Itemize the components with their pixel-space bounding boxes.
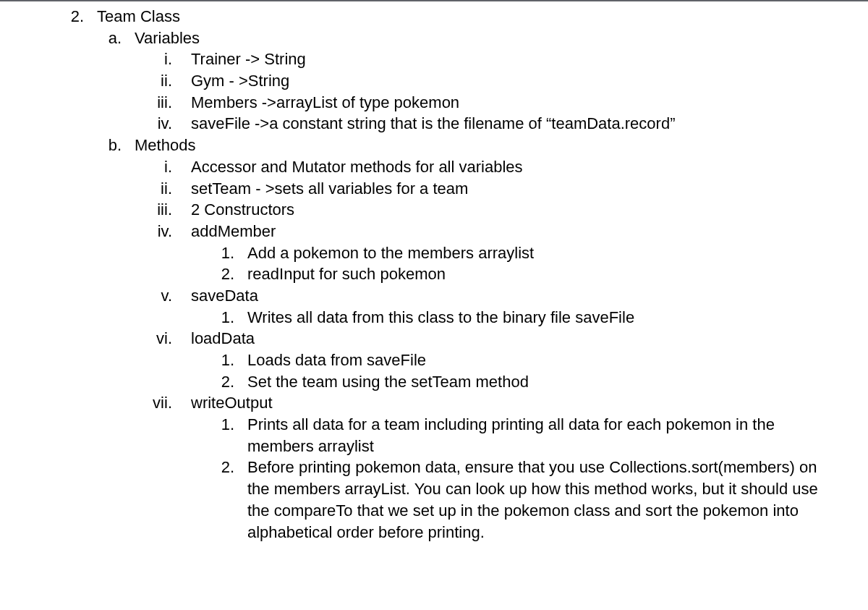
ordinal-l3: v. [135,285,191,307]
ordinal-l3: iv. [135,221,191,242]
outline-l4-item: 2. readInput for such pokemon [191,263,825,285]
text-l4: Loads data from saveFile [247,350,825,371]
text-l2: Methods [135,135,825,156]
document-content: 2. Team Class a. Variables i. Trainer ->… [0,6,868,543]
outline-l2-item: a. Variables [97,27,825,49]
text-l3: Trainer -> String [191,48,825,70]
ordinal-l3: iv. [135,113,191,135]
text-l3: Members ->arrayList of type pokemon [191,92,825,114]
text-l4: Writes all data from this class to the b… [247,307,825,329]
ordinal-l4: 1. [191,307,247,329]
outline-l3-item: ii. Gym - >String [135,70,825,92]
ordinal-l3: iii. [135,92,191,114]
text-l3: writeOutput [191,392,825,414]
outline-l1-item: 2. Team Class [59,6,825,27]
outline-l4-item: 1. Add a pokemon to the members arraylis… [191,242,825,264]
ordinal-l3: iii. [135,199,191,221]
outline-l3-item: v. saveData [135,285,825,307]
outline-l4-item: 2. Before printing pokemon data, ensure … [191,457,825,543]
outline-l3-item: iii. 2 Constructors [135,199,825,221]
ordinal-l4: 2. [191,457,247,478]
text-l3: Accessor and Mutator methods for all var… [191,156,825,178]
ordinal-l4: 2. [191,263,247,285]
top-divider [0,0,868,1]
ordinal-l4: 1. [191,242,247,264]
text-l3: saveData [191,285,825,307]
ordinal-l2: a. [97,27,135,49]
text-l3: addMember [191,221,825,242]
text-l3: Gym - >String [191,70,825,92]
ordinal-l3: i. [135,48,191,70]
outline-l3-item: vii. writeOutput [135,392,825,414]
ordinal-l3: ii. [135,70,191,92]
ordinal-l3: ii. [135,178,191,200]
outline-l3-item: i. Accessor and Mutator methods for all … [135,156,825,178]
outline-l4-item: 1. Writes all data from this class to th… [191,307,825,329]
text-l3: saveFile ->a constant string that is the… [191,113,825,135]
ordinal-l4: 2. [191,371,247,393]
text-l3: 2 Constructors [191,199,825,221]
text-l4: Add a pokemon to the members arraylist [247,242,825,264]
outline-l3-item: iii. Members ->arrayList of type pokemon [135,92,825,114]
outline-l4-item: 1. Loads data from saveFile [191,350,825,371]
outline-l4-item: 2. Set the team using the setTeam method [191,371,825,393]
text-l2: Variables [135,27,825,49]
outline-l3-item: i. Trainer -> String [135,48,825,70]
outline-l3-item: vi. loadData [135,328,825,350]
text-l3: setTeam - >sets all variables for a team [191,178,825,200]
ordinal-l4: 1. [191,350,247,371]
text-l1: Team Class [97,6,825,27]
outline-l2-item: b. Methods [97,135,825,156]
outline-l3-item: iv. saveFile ->a constant string that is… [135,113,825,135]
outline-l3-item: iv. addMember [135,221,825,242]
ordinal-l3: vi. [135,328,191,350]
ordinal-l1: 2. [59,6,97,27]
ordinal-l3: vii. [135,392,191,414]
text-l4: Prints all data for a team including pri… [247,414,825,457]
outline-l4-item: 1. Prints all data for a team including … [191,414,825,457]
outline-l3-item: ii. setTeam - >sets all variables for a … [135,178,825,200]
ordinal-l2: b. [97,135,135,156]
text-l4: Set the team using the setTeam method [247,371,825,393]
text-l4: readInput for such pokemon [247,263,825,285]
text-l4: Before printing pokemon data, ensure tha… [247,457,825,543]
ordinal-l3: i. [135,156,191,178]
ordinal-l4: 1. [191,414,247,436]
text-l3: loadData [191,328,825,350]
